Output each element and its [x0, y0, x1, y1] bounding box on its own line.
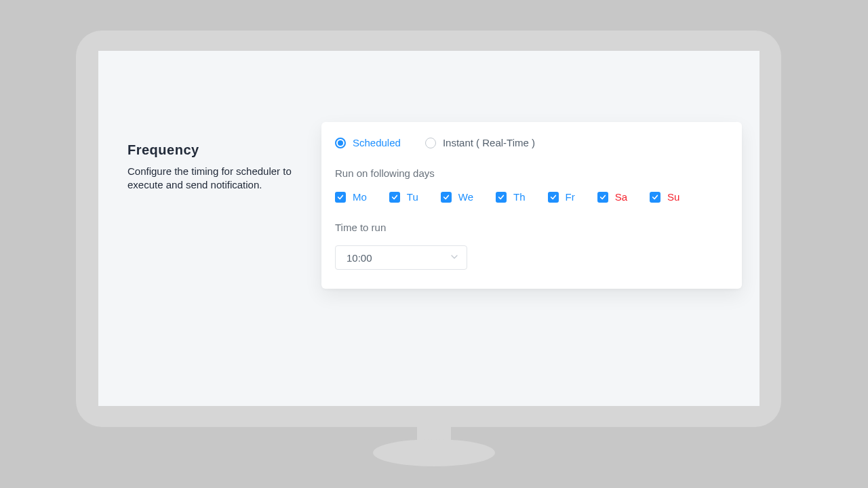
day-checkbox-tu[interactable]: Tu: [389, 191, 418, 203]
check-icon: [496, 192, 507, 203]
check-icon: [441, 192, 452, 203]
check-icon: [389, 192, 400, 203]
check-icon: [650, 192, 660, 203]
page-title: Frequency: [127, 142, 304, 158]
day-label: Su: [667, 191, 679, 203]
check-icon: [548, 192, 559, 203]
day-label: We: [458, 191, 473, 203]
frequency-card: Scheduled Instant ( Real-Time ) Run on f…: [321, 122, 742, 289]
day-checkbox-sa[interactable]: Sa: [597, 191, 627, 203]
time-select[interactable]: 10:00: [335, 245, 467, 270]
radio-label: Scheduled: [353, 137, 401, 148]
days-row: MoTuWeThFrSaSu: [335, 191, 728, 203]
day-checkbox-we[interactable]: We: [441, 191, 473, 203]
radio-scheduled[interactable]: Scheduled: [335, 137, 401, 148]
radio-label: Instant ( Real-Time ): [443, 137, 535, 148]
radio-instant[interactable]: Instant ( Real-Time ): [425, 137, 535, 148]
days-label: Run on following days: [335, 167, 728, 179]
time-label: Time to run: [335, 222, 728, 233]
chevron-down-icon: [450, 251, 458, 264]
day-label: Th: [513, 191, 526, 203]
mode-radio-group: Scheduled Instant ( Real-Time ): [335, 137, 728, 148]
day-checkbox-fr[interactable]: Fr: [548, 191, 575, 203]
day-label: Mo: [353, 191, 367, 203]
check-icon: [335, 192, 346, 203]
day-label: Sa: [615, 191, 627, 203]
page-description: Configure the timing for scheduler to ex…: [127, 165, 304, 192]
day-label: Fr: [566, 191, 575, 203]
check-icon: [597, 192, 608, 203]
monitor-stand-base: [373, 439, 495, 466]
radio-selected-icon: [335, 138, 346, 148]
time-value: 10:00: [347, 252, 372, 264]
day-checkbox-mo[interactable]: Mo: [335, 191, 367, 203]
day-label: Tu: [407, 191, 418, 203]
radio-unselected-icon: [425, 138, 436, 148]
day-checkbox-su[interactable]: Su: [650, 191, 679, 203]
section-header: Frequency Configure the timing for sched…: [127, 142, 304, 192]
day-checkbox-th[interactable]: Th: [496, 191, 526, 203]
